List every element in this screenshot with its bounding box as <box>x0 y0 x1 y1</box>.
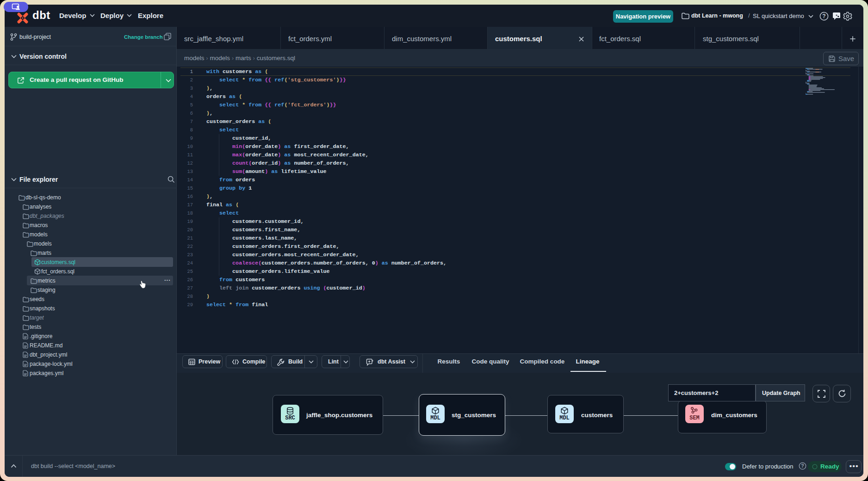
svg-text:?: ? <box>801 463 804 469</box>
svg-text:?: ? <box>822 13 825 19</box>
